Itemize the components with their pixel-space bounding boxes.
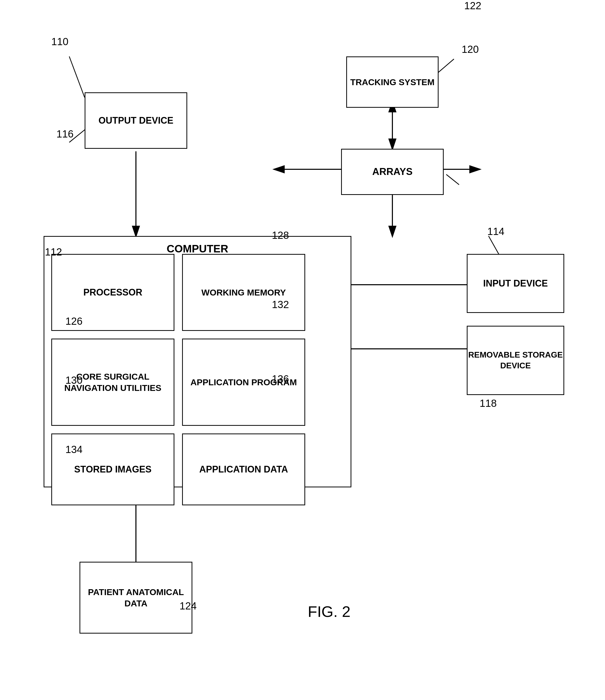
label-114: 114 (487, 226, 504, 237)
removable-storage-box: REMOVABLE STORAGE DEVICE (467, 326, 564, 395)
svg-line-23 (446, 174, 459, 185)
patient-anatomical-label: PATIENT ANATOMICAL DATA (80, 586, 192, 609)
working-memory-label: WORKING MEMORY (201, 287, 286, 298)
label-120: 120 (462, 44, 479, 55)
label-124: 124 (179, 600, 197, 612)
label-118: 118 (480, 398, 497, 409)
label-134: 134 (66, 444, 82, 455)
label-128: 128 (272, 230, 289, 241)
svg-line-20 (488, 236, 500, 256)
label-130: 130 (66, 375, 82, 386)
application-data-box: APPLICATION DATA (182, 433, 305, 505)
arrays-label: ARRAYS (372, 166, 413, 178)
figure-label: FIG. 2 (308, 603, 351, 621)
tracking-system-box: TRACKING SYSTEM (346, 56, 438, 108)
patient-anatomical-box: PATIENT ANATOMICAL DATA (79, 562, 192, 633)
stored-images-label: STORED IMAGES (74, 464, 151, 476)
svg-line-8 (69, 56, 85, 98)
arrays-box: ARRAYS (341, 149, 444, 195)
removable-storage-label: REMOVABLE STORAGE DEVICE (468, 350, 563, 371)
working-memory-box: WORKING MEMORY (182, 254, 305, 331)
input-device-box: INPUT DEVICE (467, 254, 564, 313)
diagram: TRACKING SYSTEM ARRAYS OUTPUT DEVICE COM… (0, 0, 605, 700)
application-data-label: APPLICATION DATA (199, 464, 288, 476)
tracking-system-label: TRACKING SYSTEM (350, 76, 435, 88)
svg-line-22 (436, 59, 454, 74)
output-device-label: OUTPUT DEVICE (99, 115, 173, 127)
processor-label: PROCESSOR (83, 286, 142, 299)
label-112: 112 (45, 246, 62, 258)
label-122: 122 (464, 0, 481, 11)
label-110: 110 (51, 36, 69, 47)
label-116: 116 (56, 128, 74, 140)
label-126: 126 (66, 316, 82, 327)
input-device-label: INPUT DEVICE (483, 278, 548, 290)
output-device-box: OUTPUT DEVICE (85, 92, 187, 149)
label-132: 132 (272, 299, 289, 310)
label-136: 136 (272, 373, 289, 385)
